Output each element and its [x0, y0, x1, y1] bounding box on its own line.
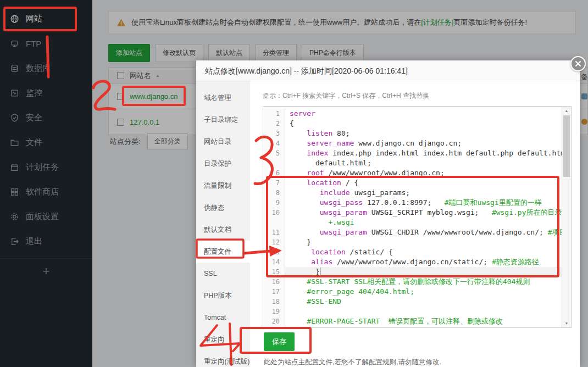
- scroll-up-icon[interactable]: ▲: [562, 107, 571, 115]
- modal-menu-item[interactable]: Tomcat: [196, 307, 250, 329]
- code-line: 1 server: [263, 109, 562, 119]
- line-number: 8: [263, 188, 285, 198]
- code-line: 19: [263, 307, 562, 316]
- modal-menu-item-label: 伪静态: [204, 204, 225, 212]
- code-line: 15 }: [263, 267, 562, 277]
- site-edit-modal: 站点修改[www.django.cn] -- 添加时间[2020-06-06 0…: [196, 60, 580, 367]
- close-button[interactable]: [570, 56, 586, 71]
- line-number: 16: [263, 277, 285, 287]
- line-number: 5: [263, 148, 285, 158]
- modal-menu-item-label: 流量限制: [204, 182, 231, 190]
- line-number: 11: [263, 227, 285, 237]
- code-line: 2 {: [263, 119, 562, 129]
- modal-menu-item[interactable]: 默认文档: [196, 219, 250, 241]
- code-line: 13 location /static/ {: [263, 247, 562, 257]
- line-number: 20: [263, 316, 285, 326]
- modal-menu-item-label: 目录保护: [204, 160, 231, 168]
- line-number: 3: [263, 129, 285, 138]
- line-number: 2: [263, 119, 285, 129]
- line-number: 10: [263, 208, 285, 218]
- line-number: [263, 218, 285, 227]
- baota-panel-page: 网站 FTP 数据库 监控 安全 文件 计划任务 软件商店: [0, 0, 588, 367]
- modal-menu-item-label: 重定向(测试版): [204, 358, 249, 365]
- save-button[interactable]: 保存: [264, 332, 295, 351]
- modal-menu-item-label: 重定向: [204, 336, 225, 343]
- code-line: 5 index index.php index.html index.htm d…: [263, 148, 562, 158]
- code-line: 17 #error_page 404/404.html;: [263, 287, 562, 297]
- modal-menu-item-label: 默认文档: [204, 226, 231, 233]
- config-code-editor[interactable]: 1 server 2 { 3 listen 80;: [263, 106, 572, 328]
- modal-menu-item[interactable]: 目录保护: [196, 153, 250, 175]
- scroll-down-icon[interactable]: ▼: [562, 319, 571, 327]
- line-number: 6: [263, 168, 285, 178]
- modal-content: 提示：Ctrl+F 搜索关键字，Ctrl+S 保存，Ctrl+H 查找替换 1 …: [250, 81, 580, 367]
- modal-menu-item-label: SSL: [204, 270, 217, 277]
- line-number: 19: [263, 307, 285, 316]
- close-icon: [575, 60, 581, 67]
- code-lines: 1 server 2 { 3 listen 80;: [263, 107, 562, 327]
- line-number: 9: [263, 198, 285, 208]
- code-line: 4 server_name www.django.cn django.cn;: [263, 138, 562, 148]
- code-line: 9 uwsgi_pass 127.0.0.1:8997; #端口要和uwsgi里…: [263, 198, 562, 208]
- code-line: 10 uwsgi_param UWSGI_SCRIPT myblog.wsgi;…: [263, 208, 562, 218]
- modal-menu-item[interactable]: 重定向: [196, 329, 250, 351]
- modal-menu-item[interactable]: 域名管理: [196, 87, 250, 109]
- code-line: 6 root /www/wwwroot/www.django.cn;: [263, 168, 562, 178]
- modal-title: 站点修改[www.django.cn] -- 添加时间[2020-06-06 0…: [196, 60, 580, 81]
- line-number: 14: [263, 257, 285, 267]
- code-line: 11 uwsgi_param UWSGI_CHDIR /www/wwwroot/…: [263, 227, 562, 237]
- editor-hint: 提示：Ctrl+F 搜索关键字，Ctrl+S 保存，Ctrl+H 查找替换: [263, 91, 429, 101]
- modal-menu-item[interactable]: PHP版本: [196, 285, 250, 307]
- modal-menu-item-label: 网站目录: [204, 138, 231, 146]
- modal-menu-item[interactable]: 子目录绑定: [196, 109, 250, 131]
- line-number: 4: [263, 138, 285, 148]
- line-number: 18: [263, 297, 285, 307]
- code-line: 18 #SSL-END: [263, 297, 562, 307]
- modal-menu-item-label: Tomcat: [204, 314, 226, 321]
- code-line: 14 alias /www/wwwroot/www.django.cn/stat…: [263, 257, 562, 267]
- code-line: 8 include uwsgi_params;: [263, 188, 562, 198]
- editor-scrollbar[interactable]: ▲ ▼: [562, 107, 571, 327]
- code-line: 3 listen 80;: [263, 129, 562, 138]
- line-number: 7: [263, 178, 285, 188]
- code-line: default.html;: [263, 158, 562, 168]
- line-number: [263, 158, 285, 168]
- line-number: 17: [263, 287, 285, 297]
- modal-menu-item[interactable]: 网站目录: [196, 131, 250, 153]
- code-line: 12 }: [263, 237, 562, 247]
- code-line: 20 #ERROR-PAGE-START 错误页配置，可以注释、删除或修改: [263, 316, 562, 326]
- line-number: 12: [263, 237, 285, 247]
- line-number: 13: [263, 247, 285, 257]
- modal-menu-item[interactable]: 重定向(测试版): [196, 351, 250, 367]
- modal-body: 域名管理 子目录绑定 网站目录 目录保护 流量限制: [196, 81, 580, 367]
- code-line: 16 #SSL-START SSL相关配置，请勿删除或修改下一行带注释的404规…: [263, 277, 562, 287]
- code-line: +.wsgi: [263, 218, 562, 227]
- modal-menu-item[interactable]: 配置文件: [196, 241, 250, 263]
- modal-menu-item-label: PHP版本: [204, 292, 232, 299]
- modal-menu-item[interactable]: 伪静态: [196, 197, 250, 219]
- config-note: 此处为站点主配置文件,若您不了解配置规则,请勿随意修改.: [264, 358, 441, 367]
- modal-menu: 域名管理 子目录绑定 网站目录 目录保护 流量限制: [196, 81, 250, 367]
- modal-menu-item[interactable]: 流量限制: [196, 175, 250, 197]
- modal-menu-item[interactable]: SSL: [196, 263, 250, 285]
- line-number: 1: [263, 109, 285, 119]
- modal-menu-item-label: 子目录绑定: [204, 116, 238, 124]
- modal-menu-item-label: 域名管理: [204, 94, 231, 102]
- text-cursor: [320, 268, 321, 275]
- modal-menu-item-label: 配置文件: [204, 248, 231, 255]
- scrollbar-thumb[interactable]: [563, 115, 570, 177]
- line-number: 15: [263, 267, 285, 277]
- code-line: 7 location / {: [263, 178, 562, 188]
